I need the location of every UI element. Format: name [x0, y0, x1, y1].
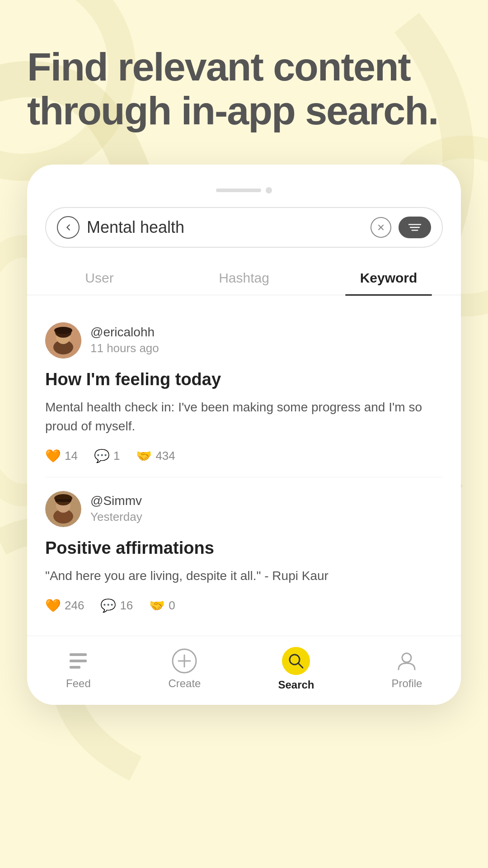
- post-meta: @Simmv Yesterday: [90, 494, 142, 524]
- tab-keyword[interactable]: Keyword: [316, 261, 461, 295]
- feed-icon: [66, 648, 91, 674]
- post-title: Positive affirmations: [45, 537, 443, 559]
- search-clear-button[interactable]: [371, 217, 391, 238]
- svg-rect-18: [70, 666, 80, 669]
- likes-stat: 🧡 14: [45, 448, 78, 463]
- feed-label: Feed: [66, 677, 91, 690]
- likes-count: 14: [65, 449, 78, 463]
- shares-stat: 🤝 434: [136, 448, 175, 463]
- search-tabs: User Hashtag Keyword: [27, 261, 461, 295]
- phone-mockup: Mental health Use: [27, 165, 461, 705]
- search-bar: Mental health: [45, 207, 443, 248]
- notch-dot: [266, 187, 272, 193]
- comments-count: 16: [120, 599, 133, 613]
- post-body: "And here you are living, despite it all…: [45, 566, 443, 585]
- profile-label: Profile: [391, 677, 422, 690]
- avatar: [45, 491, 81, 527]
- svg-point-24: [402, 653, 411, 662]
- avatar: [45, 322, 81, 359]
- svg-rect-17: [70, 660, 87, 662]
- shares-count: 0: [169, 599, 175, 613]
- post-username: @ericalohh: [90, 325, 159, 340]
- shares-stat: 🤝 0: [149, 598, 175, 613]
- page-headline: Find relevant content through in-app sea…: [27, 45, 461, 133]
- search-back-button[interactable]: [57, 216, 80, 239]
- likes-stat: 🧡 246: [45, 598, 84, 613]
- phone-notch: [27, 183, 461, 207]
- comment-icon: 💬: [100, 598, 116, 613]
- create-icon: [172, 648, 197, 674]
- tab-user[interactable]: User: [27, 261, 172, 295]
- profile-icon: [394, 648, 419, 674]
- comments-stat: 💬 1: [94, 448, 120, 463]
- comments-count: 1: [113, 449, 120, 463]
- nav-item-profile[interactable]: Profile: [391, 648, 422, 690]
- search-label: Search: [278, 679, 314, 691]
- posts-list: @ericalohh 11 hours ago How I'm feeling …: [27, 300, 461, 636]
- post-title: How I'm feeling today: [45, 368, 443, 391]
- post-item: @ericalohh 11 hours ago How I'm feeling …: [45, 309, 443, 477]
- svg-point-9: [54, 327, 72, 334]
- comments-stat: 💬 16: [100, 598, 133, 613]
- likes-count: 246: [65, 599, 84, 613]
- nav-item-create[interactable]: Create: [168, 648, 201, 690]
- search-input[interactable]: Mental health: [87, 218, 363, 237]
- tab-hashtag[interactable]: Hashtag: [172, 261, 316, 295]
- heart-icon: 🧡: [45, 448, 61, 463]
- search-bar-container: Mental health: [27, 207, 461, 261]
- post-meta: @ericalohh 11 hours ago: [90, 325, 159, 355]
- shares-count: 434: [155, 449, 175, 463]
- post-item: @Simmv Yesterday Positive affirmations "…: [45, 477, 443, 627]
- share-icon: 🤝: [136, 448, 152, 463]
- post-time: Yesterday: [90, 510, 142, 524]
- search-icon-active: [282, 647, 310, 675]
- post-stats: 🧡 14 💬 1 🤝 434: [45, 448, 443, 463]
- nav-item-search[interactable]: Search: [278, 647, 314, 691]
- post-header: @ericalohh 11 hours ago: [45, 322, 443, 359]
- heart-icon: 🧡: [45, 598, 61, 613]
- post-time: 11 hours ago: [90, 341, 159, 355]
- create-label: Create: [168, 677, 201, 690]
- svg-rect-16: [70, 653, 87, 656]
- post-stats: 🧡 246 💬 16 🤝 0: [45, 598, 443, 613]
- svg-rect-15: [55, 499, 71, 502]
- nav-item-feed[interactable]: Feed: [66, 648, 91, 690]
- notch-pill: [216, 189, 261, 192]
- bottom-nav: Feed Create: [27, 636, 461, 705]
- search-filter-button[interactable]: [399, 217, 431, 238]
- svg-line-23: [298, 663, 303, 668]
- share-icon: 🤝: [149, 598, 165, 613]
- post-username: @Simmv: [90, 494, 142, 508]
- post-body: Mental health check in: I've been making…: [45, 398, 443, 436]
- comment-icon: 💬: [94, 448, 110, 463]
- post-header: @Simmv Yesterday: [45, 491, 443, 527]
